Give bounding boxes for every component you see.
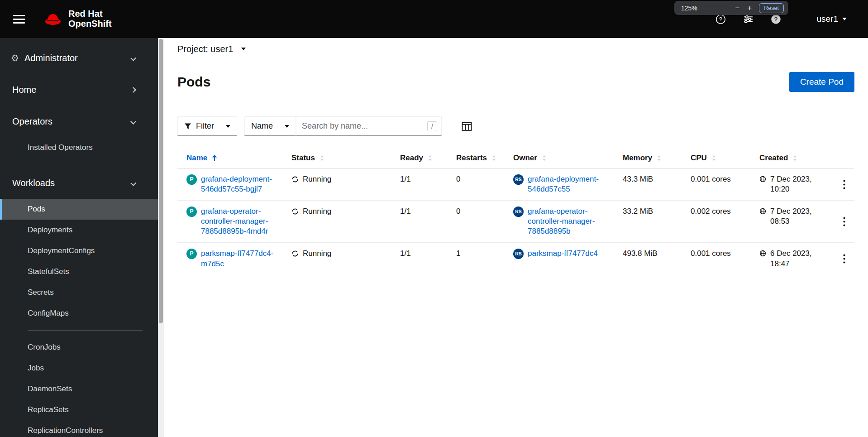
owner-link[interactable]: parksmap-ff7477dc4 [528,249,598,259]
status-text: Running [303,174,331,184]
row-kebab-menu-button[interactable] [839,174,849,194]
column-header-cpu[interactable]: CPU [682,148,750,168]
sidebar-scrollbar[interactable] [158,38,164,437]
sidebar-item-installed-operators[interactable]: Installed Operators [0,137,158,158]
row-kebab-menu-button[interactable] [839,249,849,269]
cpu-cell: 0.002 cores [682,201,750,242]
caret-down-icon [842,18,847,20]
search-input[interactable] [296,117,441,135]
actions-cell [834,243,854,274]
kebab-icon [843,217,845,226]
sidebar-item-jobs[interactable]: Jobs [0,358,158,379]
pod-name-link[interactable]: parksmap-ff7477dc4-m7d5c [201,249,278,269]
sidebar-item-daemonsets[interactable]: DaemonSets [0,379,158,399]
created-cell: 7 Dec 2023, 08:53 [750,201,834,242]
sidebar-item-pods[interactable]: Pods [0,199,158,220]
column-header-memory[interactable]: Memory [614,148,682,168]
zoom-out-button[interactable]: − [732,3,743,14]
sidebar-item-operators[interactable]: Operators [0,109,158,134]
create-pod-button[interactable]: Create Pod [789,72,854,92]
project-selector[interactable]: Project: user1 [177,44,246,54]
sidebar-item-deploymentconfigs[interactable]: DeploymentConfigs [0,240,158,261]
sidebar-item-replicasets[interactable]: ReplicaSets [0,399,158,420]
sidebar-item-workloads[interactable]: Workloads [0,170,158,196]
globe-icon [759,176,766,182]
user-menu[interactable]: user1 [816,14,847,24]
filter-label: Filter [196,121,214,131]
zoom-reset-button[interactable]: Reset [759,3,784,13]
created-text: 7 Dec 2023, 10:20 [770,174,816,194]
browser-zoom-popup: 125% − + Reset [674,1,788,15]
column-header-name[interactable]: Name [177,148,282,168]
sidebar-item-replicationcontrollers[interactable]: ReplicationControllers [0,420,158,437]
owner-cell: RS grafana-operator-controller-manager-7… [504,201,614,242]
chevron-down-icon [130,119,136,125]
created-cell: 7 Dec 2023, 10:20 [750,168,834,200]
table-row: P parksmap-ff7477dc4-m7d5c Running 1/1 [177,243,854,275]
preferences-sliders-icon[interactable] [743,14,754,24]
scrollbar-thumb[interactable] [159,39,163,323]
chevron-right-icon [130,87,136,93]
sidebar-item-configmaps[interactable]: ConfigMaps [0,303,158,324]
caret-down-icon [226,125,230,128]
table-header-row: Name Status Ready [177,148,854,168]
column-management-button[interactable] [460,120,474,133]
cpu-cell: 0.001 cores [682,168,750,200]
zoom-in-button[interactable]: + [744,3,755,14]
list-toolbar: Filter Name / [164,116,868,136]
table-row: P grafana-operator-controller-manager-78… [177,201,854,243]
owner-link[interactable]: grafana-operator-controller-manager-7885… [528,206,609,236]
sort-icon [711,155,716,161]
name-cell: P grafana-operator-controller-manager-78… [177,201,282,242]
replicaset-badge: RS [513,174,524,185]
globe-icon [759,250,766,257]
nav-divider [28,330,143,331]
row-kebab-menu-button[interactable] [839,206,849,236]
sort-icon [491,155,496,161]
column-header-created[interactable]: Created [750,148,834,168]
attribute-dropdown[interactable]: Name [244,116,296,136]
sidebar-item-home[interactable]: Home [0,77,158,102]
status-cell: Running [282,168,391,200]
nav-list: Home Operators Installed Operators Workl… [0,77,158,437]
help-icon[interactable]: ? [715,14,726,24]
restarts-cell: 1 [447,243,504,274]
replicaset-badge: RS [513,206,524,217]
name-cell: P parksmap-ff7477dc4-m7d5c [177,243,282,274]
column-header-owner[interactable]: Owner [504,148,614,168]
pod-badge: P [186,174,197,185]
main-content: Project: user1 Pods Create Pod Filter [164,38,868,437]
column-header-restarts[interactable]: Restarts [447,148,504,168]
owner-link[interactable]: grafana-deployment-546dd57c55 [528,174,609,194]
sidebar-item-cronjobs[interactable]: CronJobs [0,337,158,358]
search-box: / [296,116,442,136]
name-cell: P grafana-deployment-546dd57c55-bgjl7 [177,168,282,200]
sidebar-item-statefulsets[interactable]: StatefulSets [0,261,158,282]
sidebar-item-deployments[interactable]: Deployments [0,220,158,240]
pod-badge: P [186,206,197,217]
filter-dropdown[interactable]: Filter [177,116,237,136]
ready-cell: 1/1 [391,168,447,200]
app-shell: ⚙ Administrator Home Operators Installed… [0,38,868,437]
caret-down-icon [285,125,289,128]
memory-cell: 33.2 MiB [614,201,682,242]
nav-toggle-button[interactable] [12,12,26,26]
openshift-console: Red Hat OpenShift ? ? [0,0,868,437]
actions-cell [834,201,854,242]
sidebar-item-secrets[interactable]: Secrets [0,282,158,303]
redhat-fedora-icon [43,12,63,26]
operators-sub-list: Installed Operators [0,137,158,158]
pod-name-link[interactable]: grafana-deployment-546dd57c55-bgjl7 [201,174,278,194]
brand-text: Red Hat OpenShift [68,9,112,29]
masthead-toolbar: ? ? user1 [715,14,847,24]
column-header-actions [834,148,854,168]
restarts-cell: 0 [447,201,504,242]
memory-cell: 493.8 MiB [614,243,682,274]
perspective-switcher[interactable]: ⚙ Administrator [0,45,158,71]
column-header-status[interactable]: Status [282,148,391,168]
info-circle-icon[interactable]: ? [771,14,781,24]
perspective-label: Administrator [24,53,78,63]
pods-table: Name Status Ready [177,148,854,275]
column-header-ready[interactable]: Ready [391,148,447,168]
pod-name-link[interactable]: grafana-operator-controller-manager-7885… [201,206,278,236]
